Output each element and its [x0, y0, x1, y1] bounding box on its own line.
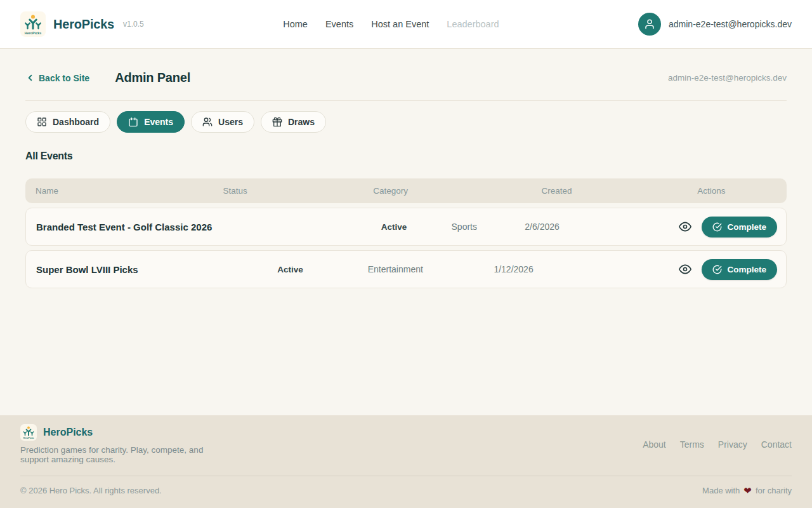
- footer-link-contact[interactable]: Contact: [761, 439, 792, 450]
- tab-events[interactable]: Events: [117, 111, 185, 133]
- eye-icon: [679, 263, 691, 276]
- svg-text:HeroPicks: HeroPicks: [25, 31, 41, 35]
- app-version: v1.0.5: [123, 20, 144, 29]
- footer-link-privacy[interactable]: Privacy: [718, 439, 747, 450]
- made-with-prefix: Made with: [702, 486, 740, 495]
- copyright-text: © 2026 Hero Picks. All rights reserved.: [20, 486, 162, 495]
- nav-events[interactable]: Events: [325, 19, 353, 29]
- table-row: Branded Test Event - Golf Classic 2026 A…: [25, 208, 787, 246]
- view-event-button[interactable]: [676, 260, 694, 278]
- tab-label: Dashboard: [53, 117, 99, 127]
- heropicks-logo-icon: HeroPicks: [20, 424, 37, 441]
- footer-tagline: Prediction games for charity. Play, comp…: [20, 445, 211, 465]
- column-header-name: Name: [25, 178, 166, 203]
- footer-link-terms[interactable]: Terms: [680, 439, 704, 450]
- nav-home[interactable]: Home: [283, 19, 308, 29]
- tab-dashboard[interactable]: Dashboard: [25, 111, 110, 133]
- event-actions: Complete: [565, 251, 786, 288]
- table-header: Name Status Category Created Actions: [25, 178, 787, 203]
- made-with-suffix: for charity: [756, 486, 792, 495]
- event-created-date: 1/12/2026: [462, 251, 565, 288]
- table-row: Super Bowl LVIII Picks Active Entertainm…: [25, 250, 787, 288]
- tab-draws[interactable]: Draws: [261, 111, 326, 133]
- complete-event-button[interactable]: Complete: [702, 259, 777, 280]
- main-nav: Home Events Host an Event Leaderboard: [283, 19, 499, 29]
- column-header-actions: Actions: [636, 178, 787, 203]
- user-avatar-button[interactable]: [638, 13, 661, 36]
- svg-text:HeroPicks: HeroPicks: [23, 437, 34, 439]
- footer-links: About Terms Privacy Contact: [643, 439, 792, 450]
- section-title: All Events: [25, 150, 787, 162]
- tab-label: Events: [144, 117, 173, 127]
- made-with-text: Made with ❤ for charity: [702, 486, 792, 495]
- event-name: Branded Test Event - Golf Classic 2026: [26, 208, 359, 245]
- brand-home-link[interactable]: HeroPicks HeroPicks v1.0.5: [20, 11, 144, 37]
- column-header-category: Category: [304, 178, 478, 203]
- dashboard-icon: [37, 117, 47, 127]
- gift-icon: [272, 117, 282, 127]
- top-header: HeroPicks HeroPicks v1.0.5 Home Events H…: [0, 0, 812, 49]
- footer-brand-block: HeroPicks HeroPicks Prediction games for…: [20, 424, 211, 465]
- event-created-date: 2/6/2026: [499, 208, 585, 245]
- event-category: Entertainment: [329, 251, 462, 288]
- back-to-site-label: Back to Site: [39, 73, 89, 83]
- event-actions: Complete: [585, 208, 786, 245]
- view-event-button[interactable]: [676, 218, 694, 236]
- admin-panel-header: Back to Site Admin Panel admin-e2e-test@…: [25, 49, 787, 101]
- check-circle-icon: [712, 265, 722, 274]
- tab-users[interactable]: Users: [191, 111, 254, 133]
- footer-brand-link[interactable]: HeroPicks HeroPicks: [20, 424, 211, 441]
- complete-event-button[interactable]: Complete: [702, 217, 777, 237]
- heropicks-logo-icon: HeroPicks: [20, 11, 46, 37]
- eye-icon: [679, 220, 691, 233]
- user-icon: [644, 18, 655, 30]
- header-user-email: admin-e2e-test@heropicks.dev: [669, 19, 792, 29]
- brand-name: HeroPicks: [53, 17, 114, 32]
- complete-button-label: Complete: [727, 222, 766, 232]
- page-title: Admin Panel: [115, 70, 190, 85]
- tab-label: Draws: [288, 117, 315, 127]
- nav-leaderboard[interactable]: Leaderboard: [447, 19, 499, 29]
- column-header-created: Created: [477, 178, 636, 203]
- event-category: Sports: [429, 208, 499, 245]
- user-chip: admin-e2e-test@heropicks.dev: [638, 13, 792, 36]
- column-header-status: Status: [166, 178, 303, 203]
- tab-label: Users: [218, 117, 243, 127]
- back-to-site-link[interactable]: Back to Site: [25, 73, 89, 83]
- footer-brand-name: HeroPicks: [43, 427, 93, 438]
- complete-button-label: Complete: [727, 265, 766, 274]
- admin-tabs: Dashboard Events Users: [25, 111, 787, 133]
- chevron-left-icon: [25, 73, 35, 83]
- event-status: Active: [252, 251, 329, 288]
- event-name: Super Bowl LVIII Picks: [26, 251, 252, 288]
- admin-user-email: admin-e2e-test@heropicks.dev: [668, 73, 787, 83]
- nav-host-an-event[interactable]: Host an Event: [371, 19, 429, 29]
- footer-link-about[interactable]: About: [643, 439, 666, 450]
- users-icon: [202, 117, 213, 127]
- event-status: Active: [359, 208, 429, 245]
- footer: HeroPicks HeroPicks Prediction games for…: [0, 415, 812, 508]
- calendar-icon: [128, 117, 138, 127]
- heart-icon: ❤: [743, 486, 752, 495]
- main-content: Back to Site Admin Panel admin-e2e-test@…: [0, 49, 812, 415]
- check-circle-icon: [712, 222, 722, 232]
